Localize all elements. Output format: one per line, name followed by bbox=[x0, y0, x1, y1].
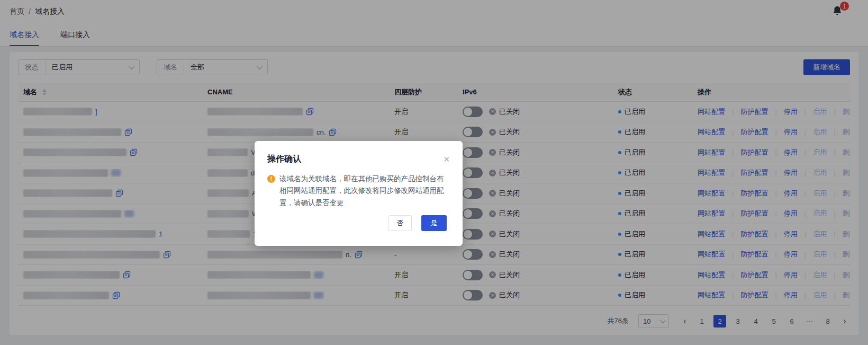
warning-icon: ! bbox=[267, 175, 275, 183]
confirm-button[interactable]: 是 bbox=[421, 215, 447, 231]
close-icon[interactable]: ✕ bbox=[443, 155, 450, 163]
dialog-title: 操作确认 bbox=[267, 154, 301, 165]
confirm-dialog: 操作确认 ✕ ! 该域名为关联域名，即在其他已购买的产品控制台有相同网站通用配置… bbox=[255, 141, 463, 246]
dialog-message: 该域名为关联域名，即在其他已购买的产品控制台有相同网站通用配置，此次修改将同步修… bbox=[279, 173, 448, 209]
cancel-button[interactable]: 否 bbox=[388, 215, 412, 231]
